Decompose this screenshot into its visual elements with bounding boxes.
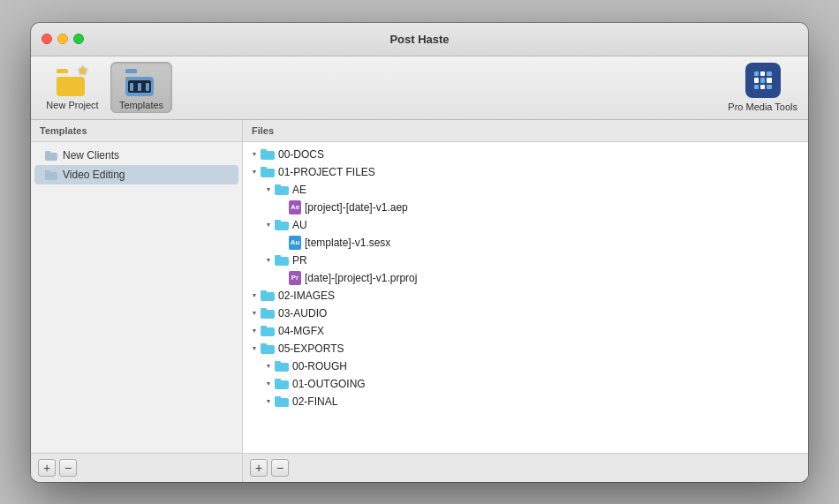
tree-item[interactable]: 02-FINAL (243, 393, 808, 410)
tree-item-label: 02-IMAGES (278, 290, 335, 302)
list-item[interactable]: Video Editing (34, 165, 238, 184)
tree-item-label: 02-FINAL (292, 395, 337, 408)
tree-item-label: AU (292, 219, 307, 231)
spacer-icon (278, 203, 287, 212)
tree-item[interactable]: 00-DOCS (243, 146, 808, 163)
tree-item-label: AE (292, 184, 306, 196)
tree-item-label: [date]-[project]-v1.prproj (305, 272, 417, 284)
tree-item[interactable]: PR (243, 252, 808, 269)
files-header: Files (243, 120, 808, 142)
expand-icon (250, 291, 259, 300)
close-button[interactable] (42, 34, 52, 44)
minimize-button[interactable] (57, 34, 68, 44)
expand-icon (264, 256, 273, 265)
folder-icon (275, 361, 289, 372)
tree-item-label: 04-MGFX (278, 325, 324, 337)
expand-icon (264, 185, 273, 194)
template-item-label: Video Editing (63, 169, 125, 181)
tree-item[interactable]: 02-IMAGES (243, 287, 808, 305)
new-project-label: New Project (46, 100, 98, 110)
expand-icon (250, 150, 259, 159)
files-tree: 00-DOCS 01-PROJECT FILES AE Ae (243, 142, 808, 453)
expand-icon (250, 168, 259, 177)
prproj-file-icon: Pr (289, 271, 301, 285)
folder-icon (275, 396, 289, 407)
expand-icon (250, 344, 259, 353)
tree-item[interactable]: 04-MGFX (243, 322, 808, 340)
tree-item[interactable]: Pr [date]-[project]-v1.prproj (243, 269, 808, 287)
tree-item-label: 01-OUTGOING (292, 378, 366, 390)
expand-icon (264, 362, 273, 371)
tree-item[interactable]: 05-EXPORTS (243, 340, 808, 357)
add-template-button[interactable]: + (38, 459, 56, 477)
templates-toolbar-button[interactable]: Templates (110, 62, 172, 113)
right-panel: Files 00-DOCS 01-PROJECT FILES (243, 120, 808, 482)
main-content: Templates New Clients Video Editing (31, 120, 808, 482)
expand-icon (264, 221, 273, 229)
pro-media-icon (745, 63, 781, 98)
tree-item[interactable]: Au [template]-v1.sesx (243, 234, 808, 252)
folder-icon (275, 255, 289, 266)
tree-item-label: 03-AUDIO (278, 307, 327, 320)
expand-icon (264, 380, 273, 388)
remove-template-button[interactable]: − (59, 459, 77, 477)
tree-item[interactable]: 01-OUTGOING (243, 375, 808, 393)
expand-icon (250, 327, 259, 335)
templates-list: New Clients Video Editing (31, 142, 242, 453)
tree-item-label: 05-EXPORTS (278, 342, 344, 355)
new-project-button[interactable]: ★ New Project (42, 62, 103, 113)
folder-icon (261, 326, 275, 336)
maximize-button[interactable] (73, 34, 84, 44)
add-file-button[interactable]: + (250, 459, 268, 477)
folder-icon (261, 290, 275, 301)
spacer-icon (278, 274, 287, 282)
tree-item-label: PR (292, 254, 307, 267)
folder-icon (261, 308, 275, 319)
tree-item-label: 01-PROJECT FILES (278, 166, 375, 178)
tree-item-label: 00-ROUGH (292, 360, 347, 372)
template-item-label: New Clients (63, 149, 119, 162)
spacer-icon (278, 238, 287, 247)
folder-icon (261, 343, 275, 354)
expand-icon (264, 397, 273, 406)
folder-icon (275, 184, 289, 195)
tree-item[interactable]: AE (243, 181, 808, 199)
toolbar: ★ New Project Templates (31, 56, 808, 120)
main-window: Post Haste ★ New Project (31, 23, 808, 482)
tree-item[interactable]: 00-ROUGH (243, 357, 808, 375)
list-item[interactable]: New Clients (34, 146, 238, 165)
ae-file-icon: Ae (289, 200, 301, 214)
templates-label: Templates (119, 100, 163, 110)
folder-icon (275, 379, 289, 389)
folder-icon (275, 220, 289, 230)
titlebar: Post Haste (31, 23, 808, 56)
expand-icon (250, 309, 259, 318)
folder-icon (45, 170, 57, 180)
window-title: Post Haste (389, 33, 449, 46)
pro-media-label: Pro Media Tools (728, 102, 797, 112)
tree-item-label: [project]-[date]-v1.aep (305, 201, 408, 214)
tree-item[interactable]: 03-AUDIO (243, 305, 808, 322)
left-panel: Templates New Clients Video Editing (31, 120, 243, 482)
left-panel-header: Templates (31, 120, 242, 142)
tree-item[interactable]: Ae [project]-[date]-v1.aep (243, 199, 808, 216)
tree-item[interactable]: AU (243, 216, 808, 234)
folder-icon (261, 167, 275, 177)
folder-icon (45, 151, 57, 161)
tree-item-label: 00-DOCS (278, 148, 324, 161)
folder-icon (261, 149, 275, 160)
traffic-lights (42, 34, 84, 44)
left-panel-bottom: + − (31, 453, 242, 482)
star-icon: ★ (77, 63, 88, 79)
sesx-file-icon: Au (289, 236, 301, 250)
pro-media-tools-button[interactable]: Pro Media Tools (728, 63, 797, 112)
right-panel-bottom: + − (243, 453, 808, 482)
tree-item[interactable]: 01-PROJECT FILES (243, 163, 808, 181)
tree-item-label: [template]-v1.sesx (305, 237, 390, 249)
remove-file-button[interactable]: − (271, 459, 289, 477)
